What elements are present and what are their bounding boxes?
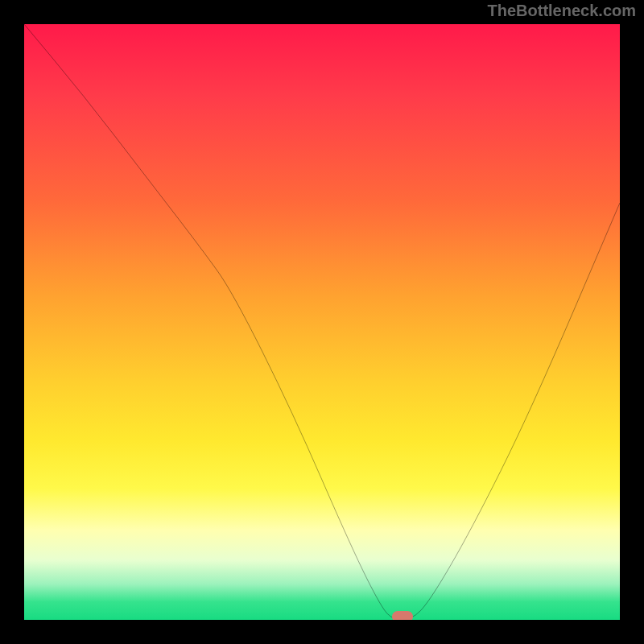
optimal-point-marker <box>392 611 413 620</box>
chart-frame: TheBottleneck.com <box>0 0 644 644</box>
bottleneck-curve <box>24 24 620 620</box>
watermark-text: TheBottleneck.com <box>488 2 636 20</box>
plot-area <box>24 24 620 620</box>
